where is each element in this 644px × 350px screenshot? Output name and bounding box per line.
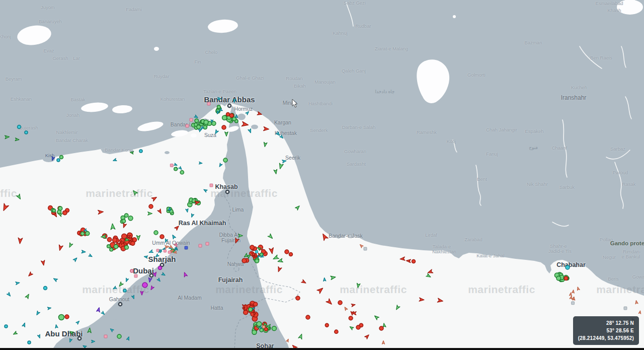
ship-marker-pink-small[interactable] [199, 244, 202, 247]
ship-marker-green-anchored[interactable] [255, 259, 259, 263]
ship-marker-teal-underway[interactable] [101, 311, 105, 315]
ship-marker-green-underway[interactable] [148, 212, 152, 216]
ship-marker-red-underway[interactable] [264, 127, 269, 131]
ship-marker-green-underway[interactable] [395, 305, 400, 311]
ship-marker-red-underway[interactable] [301, 279, 307, 285]
ship-marker-green-underway[interactable] [130, 151, 134, 154]
ship-marker-green-anchored[interactable] [252, 330, 257, 334]
ship-marker-gray-small[interactable] [572, 302, 575, 305]
marinetraffic-map-canvas[interactable]: marinetrafficmarinetrafficmarinetrafficm… [0, 0, 644, 350]
ship-marker-red-underway[interactable] [234, 238, 239, 244]
ship-marker-gray-small[interactable] [349, 235, 352, 238]
ship-marker-salmon-underway[interactable] [359, 244, 363, 248]
ship-marker-green-underway[interactable] [263, 142, 267, 147]
ship-marker-magenta-underway[interactable] [140, 291, 143, 295]
ship-marker-teal-underway[interactable] [155, 254, 159, 258]
ship-marker-pink-small[interactable] [134, 274, 137, 277]
ship-marker-red-underway[interactable] [242, 121, 249, 127]
ship-marker-teal-anchored[interactable] [25, 131, 28, 134]
ship-marker-red-underway[interactable] [122, 223, 126, 228]
ship-marker-teal-underway[interactable] [22, 322, 26, 327]
ship-marker-teal-underway[interactable] [246, 111, 250, 115]
ship-marker-green-anchored[interactable] [80, 232, 84, 235]
ship-marker-teal-anchored[interactable] [123, 289, 126, 292]
ship-marker-teal-underway[interactable] [82, 250, 86, 254]
ship-marker-pink-small[interactable] [210, 184, 213, 187]
ship-marker-red-underway[interactable] [18, 238, 23, 244]
ship-marker-teal-underway[interactable] [186, 208, 189, 213]
ship-marker-pink-anchored[interactable] [130, 269, 133, 272]
ship-marker-teal-anchored[interactable] [566, 265, 570, 269]
ship-marker-red-anchored[interactable] [229, 113, 233, 117]
ship-marker-green-anchored[interactable] [59, 315, 64, 320]
ship-marker-pink-small[interactable] [170, 164, 173, 167]
ship-marker-magenta-underway[interactable] [153, 272, 157, 277]
ship-marker-red-anchored[interactable] [226, 113, 230, 116]
ship-marker-green-underway[interactable] [278, 163, 284, 169]
ship-marker-salmon-underway[interactable] [382, 341, 384, 344]
ship-marker-red-anchored[interactable] [379, 326, 383, 330]
ship-marker-red-underway[interactable] [321, 233, 329, 241]
ship-marker-teal-underway[interactable] [214, 129, 218, 134]
ship-marker-green-anchored[interactable] [117, 334, 121, 338]
ship-marker-green-anchored[interactable] [204, 120, 208, 124]
ship-marker-red-anchored[interactable] [335, 330, 338, 333]
ship-marker-red-anchored[interactable] [296, 296, 300, 300]
ship-marker-red-underway[interactable] [58, 245, 63, 251]
ship-marker-pink-small[interactable] [190, 118, 193, 121]
ship-marker-green-anchored[interactable] [154, 231, 158, 235]
ship-marker-green-anchored[interactable] [107, 245, 111, 248]
ship-marker-teal-underway[interactable] [157, 278, 161, 282]
ship-marker-salmon-underway[interactable] [638, 311, 641, 314]
ship-marker-salmon-underway[interactable] [344, 306, 348, 310]
ship-marker-green-anchored[interactable] [52, 209, 55, 212]
ship-marker-pink-small[interactable] [186, 124, 189, 127]
ship-marker-green-underway[interactable] [272, 255, 279, 261]
ship-marker-red-underway[interactable] [1, 203, 9, 212]
ship-marker-teal-underway[interactable] [7, 292, 11, 297]
ship-marker-pink-small[interactable] [164, 250, 166, 252]
ship-marker-teal-underway[interactable] [218, 97, 221, 100]
ship-marker-pink-small[interactable] [168, 251, 171, 253]
ship-marker-red-anchored[interactable] [412, 260, 416, 263]
ship-marker-green-underway[interactable] [16, 194, 22, 200]
ship-marker-teal-underway[interactable] [282, 159, 287, 163]
ship-marker-green-underway[interactable] [13, 331, 18, 336]
ship-marker-green-anchored[interactable] [222, 115, 227, 120]
ship-marker-teal-underway[interactable] [110, 328, 114, 332]
ship-marker-green-underway[interactable] [15, 138, 19, 142]
ship-marker-red-anchored[interactable] [289, 253, 293, 256]
ship-marker-teal-underway[interactable] [73, 257, 78, 262]
ship-marker-teal-underway[interactable] [16, 281, 20, 285]
ship-marker-red-underway[interactable] [351, 303, 356, 307]
ship-marker-red-anchored[interactable] [222, 125, 226, 129]
ship-marker-green-underway[interactable] [68, 243, 73, 248]
ship-marker-teal-underway[interactable] [203, 188, 207, 192]
ship-marker-green-anchored[interactable] [114, 244, 118, 248]
ship-marker-teal-underway[interactable] [276, 131, 281, 136]
ship-marker-green-underway[interactable] [298, 333, 303, 339]
ship-marker-red-underway[interactable] [406, 259, 411, 262]
ship-marker-green-anchored[interactable] [180, 171, 184, 174]
ship-marker-red-underway[interactable] [27, 272, 33, 277]
ship-marker-salmon-underway[interactable] [635, 300, 638, 304]
ship-marker-red-underway[interactable] [41, 260, 46, 266]
ship-marker-green-underway[interactable] [110, 224, 115, 230]
ship-marker-green-underway[interactable] [25, 293, 30, 299]
ship-marker-red-underway[interactable] [151, 195, 157, 201]
ship-marker-red-underway[interactable] [269, 248, 275, 254]
ship-marker-red-underway[interactable] [351, 311, 354, 315]
ship-marker-teal-underway[interactable] [218, 163, 222, 167]
ship-marker-teal-underway[interactable] [171, 234, 176, 239]
ship-marker-teal-underway[interactable] [280, 135, 284, 139]
ship-marker-green-anchored[interactable] [272, 326, 276, 331]
ship-marker-teal-underway[interactable] [113, 286, 117, 290]
ship-marker-teal-underway[interactable] [248, 128, 252, 133]
ship-marker-green-underway[interactable] [373, 315, 379, 320]
ship-marker-red-anchored[interactable] [250, 245, 254, 249]
ship-marker-teal-underway[interactable] [35, 311, 40, 316]
ship-marker-green-underway[interactable] [277, 258, 283, 263]
ship-marker-magenta-underway[interactable] [149, 286, 154, 291]
ship-marker-teal-underway[interactable] [76, 320, 80, 324]
ship-marker-green-underway[interactable] [69, 330, 74, 334]
